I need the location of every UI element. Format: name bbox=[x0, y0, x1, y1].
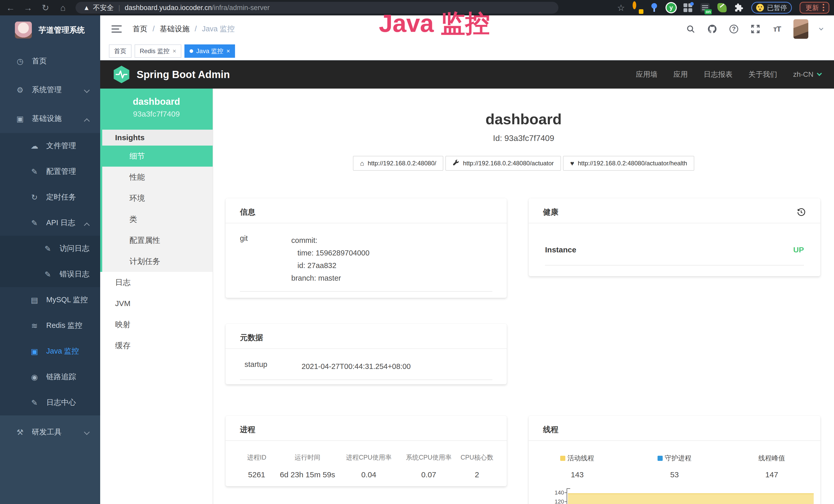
github-icon[interactable] bbox=[707, 24, 717, 34]
sba-menu-mappings[interactable]: 映射 bbox=[100, 314, 213, 335]
reload-icon[interactable]: ↻ bbox=[40, 0, 51, 16]
health-url: http://192.168.0.2:48080/actuator/health bbox=[578, 160, 687, 167]
extensions-puzzle-icon[interactable] bbox=[734, 3, 744, 12]
sidebar-item-tracing[interactable]: ◉ 链路追踪 bbox=[0, 364, 100, 390]
url-path[interactable]: /infra/admin-server bbox=[212, 4, 270, 12]
breadcrumb-home[interactable]: 首页 bbox=[133, 24, 148, 34]
user-menu-caret-icon[interactable] bbox=[819, 26, 824, 30]
locale-select[interactable]: zh-CN bbox=[793, 70, 821, 78]
daemon-threads-value: 53 bbox=[626, 471, 723, 479]
tab-java-monitor[interactable]: Java 监控 × bbox=[184, 44, 235, 58]
sba-menu-scheduled[interactable]: 计划任务 bbox=[102, 251, 213, 272]
health-card-header: 健康 bbox=[529, 198, 820, 223]
info-card-title: 信息 bbox=[225, 198, 507, 223]
spring-boot-admin-logo[interactable] bbox=[113, 65, 130, 84]
health-card-body: Instance UP bbox=[529, 223, 820, 266]
question-mark: ? bbox=[729, 25, 738, 33]
tab-label: Java 监控 bbox=[196, 47, 223, 55]
user-avatar[interactable] bbox=[793, 19, 808, 39]
sidebar-item-config-manage[interactable]: ✎ 配置管理 bbox=[0, 159, 100, 184]
sba-menu-details[interactable]: 细节 bbox=[102, 145, 213, 167]
col-header-cpus: CPU核心数 bbox=[458, 453, 497, 462]
sba-menu-metrics[interactable]: 性能 bbox=[102, 167, 213, 188]
url-domain[interactable]: dashboard.yudao.iocoder.cn bbox=[125, 4, 212, 12]
health-card-title: 健康 bbox=[543, 207, 558, 223]
emoji-face-icon bbox=[756, 4, 764, 12]
instance-header[interactable]: dashboard 93a3fc7f7409 bbox=[100, 89, 213, 130]
close-icon[interactable]: × bbox=[173, 47, 176, 55]
sidebar-item-api-logs[interactable]: ✎ API 日志 bbox=[0, 210, 100, 236]
health-url-button[interactable]: ♥ http://192.168.0.2:48080/actuator/heal… bbox=[563, 156, 694, 171]
close-icon[interactable]: × bbox=[226, 47, 230, 55]
browser-menu-icon[interactable] bbox=[822, 3, 825, 12]
collapse-sidebar-icon[interactable] bbox=[111, 25, 122, 33]
home-icon[interactable]: ⌂ bbox=[57, 0, 69, 16]
security-label[interactable]: 不安全 bbox=[93, 3, 114, 12]
sba-menu-logs[interactable]: 日志 bbox=[100, 272, 213, 293]
app-logo-avatar bbox=[15, 22, 32, 39]
sba-nav-about[interactable]: 关于我们 bbox=[748, 70, 777, 79]
info-row-key: git bbox=[240, 234, 291, 284]
instance-detail-id: Id: 93a3fc7f7409 bbox=[213, 134, 834, 143]
chevron-up-icon bbox=[84, 223, 90, 229]
sba-main-content: dashboard Id: 93a3fc7f7409 ⌂ http://192.… bbox=[213, 89, 834, 504]
forward-icon[interactable]: → bbox=[22, 0, 34, 16]
sidebar-item-infra[interactable]: ▣ 基础设施 bbox=[0, 104, 100, 133]
sidebar-item-scheduled-tasks[interactable]: ↻ 定时任务 bbox=[0, 184, 100, 210]
sidebar-item-home[interactable]: ◷ 首页 bbox=[0, 47, 100, 75]
extension-orange-icon[interactable] bbox=[633, 3, 642, 12]
paused-extension-pill[interactable]: 已暂停 bbox=[751, 2, 792, 14]
sidebar-item-label: Redis 监控 bbox=[46, 320, 82, 331]
sba-menu-environment[interactable]: 环境 bbox=[102, 188, 213, 209]
status-badge: UP bbox=[793, 246, 804, 254]
sidebar-item-access-log[interactable]: ✎ 访问日志 bbox=[0, 236, 100, 261]
search-icon[interactable] bbox=[685, 24, 696, 34]
bookmark-star-icon[interactable]: ☆ bbox=[617, 3, 625, 13]
sba-nav-applications[interactable]: 应用 bbox=[674, 70, 688, 79]
sidebar-item-file-manage[interactable]: ☁ 文件管理 bbox=[0, 133, 100, 159]
sba-brand-title[interactable]: Spring Boot Admin bbox=[137, 69, 230, 81]
actuator-url-button[interactable]: http://192.168.0.2:48080/actuator bbox=[445, 156, 561, 171]
sba-menu-classes[interactable]: 类 bbox=[102, 209, 213, 230]
back-icon[interactable]: ← bbox=[5, 0, 17, 16]
legend-peak-threads: 线程峰值 bbox=[723, 454, 820, 463]
sidebar-item-java-monitor[interactable]: ▣ Java 监控 bbox=[0, 338, 100, 364]
extension-grid-icon[interactable] bbox=[683, 3, 693, 12]
tags-view-bar: 首页 Redis 监控 × Java 监控 × bbox=[100, 42, 834, 60]
legend-label: 线程峰值 bbox=[759, 454, 785, 463]
sba-menu-jvm[interactable]: JVM bbox=[100, 293, 213, 314]
process-table-value-row: 5261 6d 23h 15m 59s 0.04 0.07 2 bbox=[236, 462, 497, 479]
history-icon[interactable] bbox=[796, 207, 806, 223]
sba-menu-caches[interactable]: 缓存 bbox=[100, 335, 213, 356]
sidebar-item-system[interactable]: ⚙ 系统管理 bbox=[0, 75, 100, 104]
threads-chart: 140 120 100 bbox=[529, 486, 820, 504]
font-size-icon[interactable]: тT bbox=[772, 24, 782, 34]
breadcrumb-infra[interactable]: 基础设施 bbox=[160, 24, 190, 34]
browser-nav: ← → ↻ ⌂ bbox=[5, 0, 69, 16]
extension-dark-icon[interactable]: on bbox=[700, 3, 710, 12]
tab-home[interactable]: 首页 bbox=[109, 44, 132, 58]
sidebar-item-devtools[interactable]: ⚒ 研发工具 bbox=[0, 415, 100, 449]
live-threads-value: 143 bbox=[529, 471, 626, 479]
extension-pin-icon[interactable] bbox=[650, 3, 659, 12]
tab-redis-monitor[interactable]: Redis 监控 × bbox=[135, 44, 181, 58]
screen: ← → ↻ ⌂ ▲ 不安全 | dashboard.yudao.iocoder.… bbox=[0, 0, 834, 504]
sidebar-item-redis-monitor[interactable]: ≋ Redis 监控 bbox=[0, 313, 100, 338]
sidebar-item-label: MySQL 监控 bbox=[46, 295, 88, 305]
help-icon[interactable]: ? bbox=[729, 24, 739, 34]
extension-leaf-icon[interactable] bbox=[717, 3, 727, 12]
sba-nav-wallboard[interactable]: 应用墙 bbox=[636, 70, 658, 79]
sba-nav-journal[interactable]: 日志报表 bbox=[704, 70, 732, 79]
sidebar-item-error-log[interactable]: ✎ 错误日志 bbox=[0, 261, 100, 287]
sba-menu-config-props[interactable]: 配置属性 bbox=[102, 230, 213, 251]
log-edit-icon: ✎ bbox=[29, 219, 40, 228]
sidebar-item-log-center[interactable]: ✎ 日志中心 bbox=[0, 390, 100, 415]
app-logo-row[interactable]: 芋道管理系统 bbox=[0, 16, 100, 44]
log-edit-icon: ✎ bbox=[43, 244, 53, 253]
not-secure-warning-icon[interactable]: ▲ bbox=[83, 4, 90, 12]
sidebar-item-mysql-monitor[interactable]: ▤ MySQL 监控 bbox=[0, 287, 100, 313]
fullscreen-icon[interactable] bbox=[750, 24, 761, 34]
extension-green-y-icon[interactable]: y bbox=[666, 3, 676, 12]
chrome-update-button[interactable]: 更新 bbox=[799, 2, 829, 14]
service-url-button[interactable]: ⌂ http://192.168.0.2:48080/ bbox=[353, 156, 444, 171]
